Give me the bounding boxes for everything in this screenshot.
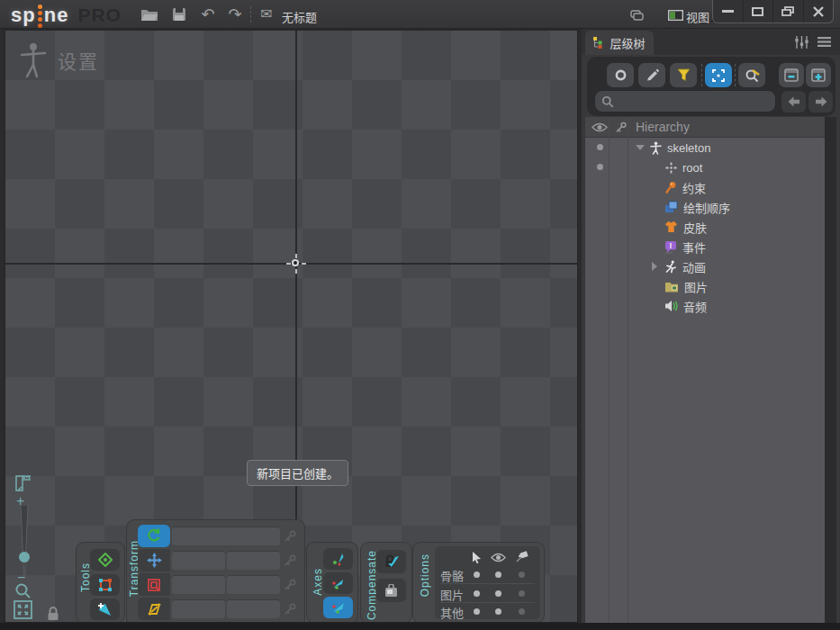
view-menu-label[interactable]: 视图 [686,8,709,25]
pencil-icon [646,68,659,82]
scale-key-button[interactable] [280,578,300,592]
translate-x-field[interactable] [172,551,225,570]
collapse-triangle-icon[interactable] [652,262,657,271]
lock-view-button[interactable] [47,607,59,621]
minimize-icon [722,10,734,13]
shear-x-field[interactable] [172,599,225,618]
expand-triangle-icon[interactable] [636,145,645,150]
ghost-button[interactable] [607,63,634,87]
edit-attachment-button[interactable] [638,63,665,87]
undo-button[interactable]: ↶ [196,4,220,24]
maximize-button[interactable] [744,0,774,22]
search-input[interactable] [618,94,766,108]
tree-item-label: 约束 [682,179,706,196]
shear-tool-button[interactable] [138,598,170,620]
other-select-dot[interactable] [474,608,480,615]
options-row-other-label: 其他 [440,604,464,621]
collapse-all-button[interactable] [779,63,804,87]
bones-select-dot[interactable] [474,572,480,578]
tab-hierarchy-tree[interactable]: 层级树 [585,31,654,55]
tree-item-label: 绘制顺序 [683,199,730,216]
other-label-dot[interactable] [519,608,525,615]
local-axes-button[interactable] [323,548,353,570]
tree-row-skeleton[interactable]: skeleton [585,138,825,158]
close-button[interactable] [804,0,834,22]
bones-visible-dot[interactable] [495,572,501,578]
frame-selection-button[interactable] [705,63,732,87]
minimize-button[interactable] [713,0,744,22]
create-tool-button[interactable] [90,598,120,620]
save-project-button[interactable] [167,4,191,24]
undo-icon: ↶ [201,6,214,22]
draw-order-icon [664,201,678,213]
bones-label-dot[interactable] [519,572,525,578]
event-icon: ! [664,240,677,254]
redo-button[interactable]: ↷ [223,4,247,24]
tree-header: Hierarchy [585,117,825,138]
scale-tool-button[interactable] [138,573,170,596]
panel-settings-button[interactable] [794,36,809,49]
images-label-dot[interactable] [519,590,525,597]
translate-key-button[interactable] [280,554,300,568]
search-forward-button[interactable] [808,91,833,112]
fit-view-icon [14,600,32,619]
shear-key-button[interactable] [280,602,300,616]
images-visible-dot[interactable] [495,590,501,597]
tree-row-constraints[interactable]: 约束 [585,177,825,197]
visibility-column-eye-icon [592,122,608,132]
pose-tool-button[interactable] [90,549,120,571]
other-visible-dot[interactable] [495,608,501,615]
search-back-button[interactable] [781,91,806,112]
tree-icon [593,37,604,49]
key-icon [283,529,297,544]
export-button[interactable]: ✉ [255,4,278,24]
zoom-slider[interactable] [17,505,32,577]
translate-icon [147,553,162,568]
compensate-images-button[interactable] [376,579,406,602]
search-edit-button[interactable] [738,63,765,87]
tree-row-root[interactable]: root [585,158,825,177]
rotate-value-field[interactable] [172,526,280,545]
rotate-tool-button[interactable] [138,525,170,547]
windows-button[interactable] [625,5,648,25]
translate-tool-button[interactable] [138,549,170,572]
export-envelope-icon: ✉ [260,7,272,22]
compensate-panel: Compensate [361,543,411,623]
tree-item-label: 动画 [682,258,706,275]
rotate-key-button[interactable] [280,529,300,544]
tree-row-events[interactable]: ! 事件 [585,237,825,256]
tree-row-draw-order[interactable]: 绘制顺序 [585,197,825,217]
compensate-bones-button[interactable] [376,550,406,573]
tree-row-audio[interactable]: 音频 [585,296,825,316]
pin-icon [664,181,677,194]
zoom-tool-button[interactable] [14,582,32,599]
tree-row-animations[interactable]: 动画 [585,256,825,276]
weights-tool-button[interactable] [90,574,120,596]
tools-panel: Tools [77,543,124,623]
world-axes-button[interactable] [323,597,353,618]
rotate-row [138,525,300,547]
fit-view-button[interactable] [14,600,32,619]
tree-row-skins[interactable]: 皮肤 [585,217,825,237]
key-icon [283,554,297,568]
view-layout-button[interactable] [664,5,687,25]
images-select-dot[interactable] [474,590,480,597]
scale-x-field[interactable] [172,575,225,594]
tree-row-images[interactable]: 图片 [585,276,825,296]
tree-scrollbar-track[interactable] [825,117,836,623]
editor-viewport[interactable]: 设置 新项目已创建。 + − [5,30,578,623]
translate-y-field[interactable] [227,551,280,570]
filter-button[interactable] [670,63,697,87]
ruler-toggle-button[interactable] [14,474,32,492]
restore-button[interactable] [773,0,804,22]
scale-y-field[interactable] [227,575,280,594]
parent-axes-button[interactable] [323,572,353,594]
shear-y-field[interactable] [227,599,280,618]
panel-menu-button[interactable] [817,37,831,47]
hierarchy-panel: 层级树 [582,29,840,623]
scale-icon [147,578,161,592]
cursor-icon [471,551,483,563]
open-project-button[interactable] [138,4,161,24]
expand-all-button[interactable] [806,63,831,87]
collapse-all-icon [784,68,799,82]
